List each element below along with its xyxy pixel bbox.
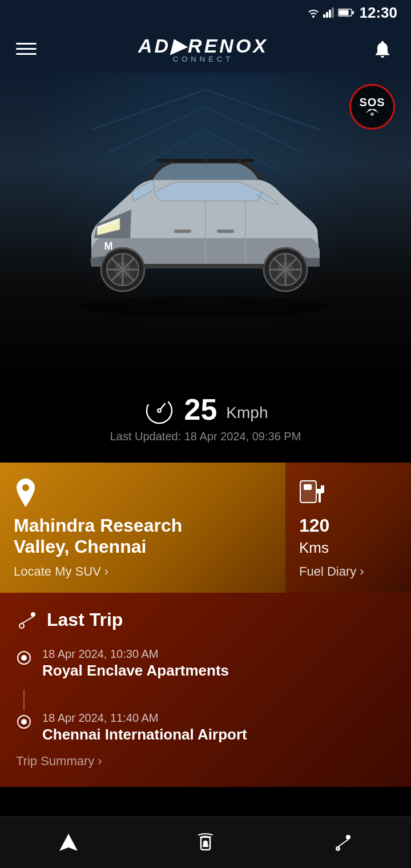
trip-to-entry: 18 Apr 2024, 11:40 AM Chennai Internatio…: [16, 712, 395, 744]
fuel-icon: [299, 479, 331, 507]
svg-rect-3: [332, 7, 334, 18]
trip-from-entry: 18 Apr 2024, 10:30 AM Royal Enclave Apar…: [16, 648, 395, 680]
svg-rect-6: [352, 11, 354, 14]
svg-point-45: [204, 841, 207, 845]
svg-line-39: [22, 617, 33, 624]
trip-from-location: Royal Enclave Apartments: [42, 662, 229, 680]
svg-point-41: [21, 655, 27, 661]
trip-to-location: Chennai International Airport: [42, 726, 247, 744]
nav-navigate[interactable]: [47, 827, 90, 859]
svg-point-7: [80, 296, 331, 317]
trip-from-info: 18 Apr 2024, 10:30 AM Royal Enclave Apar…: [42, 648, 229, 680]
trip-to-info: 18 Apr 2024, 11:40 AM Chennai Internatio…: [42, 712, 247, 744]
logo: AD▶RENOX CONNECT: [138, 34, 268, 63]
signal-icon: [323, 7, 335, 18]
sos-button[interactable]: SOS: [349, 84, 395, 130]
trip-route-icon: [16, 609, 39, 632]
logo-text: AD▶RENOX: [138, 34, 268, 57]
svg-rect-31: [143, 264, 265, 268]
trip-title: Last Trip: [47, 609, 123, 630]
speed-row: 25 Kmph: [143, 392, 268, 427]
last-trip-card: Last Trip 18 Apr 2024, 10:30 AM Royal En…: [0, 593, 411, 787]
locate-suv-arrow: ›: [104, 564, 108, 579]
menu-button[interactable]: [16, 43, 37, 55]
bottom-nav: [0, 817, 411, 868]
sos-signal-icon: [365, 109, 379, 118]
svg-line-34: [159, 404, 165, 411]
trip-connector: [23, 690, 25, 710]
svg-rect-25: [174, 230, 191, 233]
car-illustration: M: [46, 135, 365, 318]
nav-remote[interactable]: [184, 827, 227, 859]
trip-from-time: 18 Apr 2024, 10:30 AM: [42, 648, 229, 661]
last-updated: Last Updated: 18 Apr 2024, 09:36 PM: [110, 430, 301, 443]
speed-section: 25 Kmph Last Updated: 18 Apr 2024, 09:36…: [0, 381, 411, 449]
svg-rect-26: [217, 230, 234, 233]
svg-rect-2: [329, 10, 331, 18]
wifi-icon: [307, 7, 320, 18]
svg-rect-46: [203, 845, 208, 846]
cards-row: Mahindra Research Valley, Chennai Locate…: [0, 463, 411, 593]
sos-label: SOS: [359, 96, 385, 109]
svg-point-38: [31, 612, 35, 617]
location-card: Mahindra Research Valley, Chennai Locate…: [0, 463, 285, 593]
svg-point-48: [346, 835, 350, 839]
svg-line-49: [338, 839, 348, 847]
location-title: Mahindra Research Valley, Chennai: [14, 515, 272, 557]
trip-from-dot: [16, 650, 32, 668]
fuel-card: 120 Kms Fuel Diary ›: [285, 463, 411, 593]
status-time: 12:30: [360, 4, 398, 22]
speedometer-icon: [143, 393, 175, 425]
status-icons: [307, 7, 354, 18]
hero-section: SOS: [0, 73, 411, 381]
car-image: M: [46, 135, 365, 318]
svg-point-50: [337, 847, 339, 849]
speed-value: 25: [184, 392, 217, 427]
location-pin-icon: [14, 479, 38, 507]
app-header: AD▶RENOX CONNECT: [0, 25, 411, 73]
svg-rect-5: [339, 10, 348, 15]
fuel-diary-link[interactable]: Fuel Diary ›: [299, 564, 397, 579]
svg-point-37: [19, 624, 24, 628]
fuel-diary-arrow: ›: [360, 564, 364, 579]
trip-to-time: 18 Apr 2024, 11:40 AM: [42, 712, 247, 725]
svg-rect-36: [304, 484, 312, 490]
trip-to-dot: [16, 714, 32, 732]
svg-point-43: [21, 719, 27, 725]
nav-location[interactable]: [321, 827, 364, 859]
fuel-value: 120 Kms: [299, 515, 397, 557]
svg-point-35: [158, 409, 160, 412]
notification-button[interactable]: [370, 37, 395, 62]
bell-icon: [372, 39, 393, 59]
locate-suv-link[interactable]: Locate My SUV ›: [14, 564, 272, 579]
status-bar: 12:30: [0, 0, 411, 25]
trip-header: Last Trip: [16, 609, 395, 632]
location-trip-icon: [332, 833, 353, 853]
speed-unit: Kmph: [226, 404, 268, 422]
battery-icon: [338, 8, 354, 17]
trip-summary-link[interactable]: Trip Summary ›: [16, 754, 395, 769]
svg-rect-1: [326, 12, 328, 18]
remote-icon: [195, 833, 216, 853]
navigate-icon: [58, 833, 79, 853]
svg-rect-0: [323, 14, 325, 18]
